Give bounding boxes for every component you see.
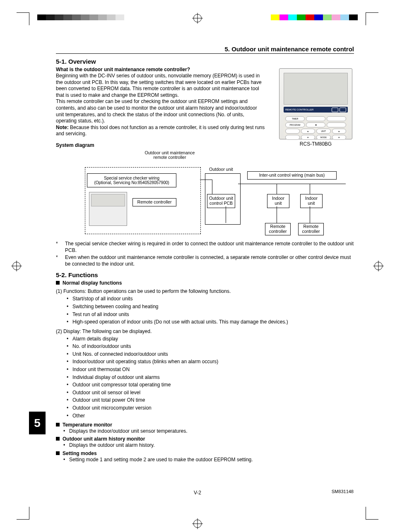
crop-marks-bottom	[17, 507, 378, 520]
page-number: V-2	[194, 490, 201, 496]
system-diagram-heading: System diagram	[56, 142, 265, 148]
functions-2-intro: (2) Display: The following can be displa…	[56, 328, 354, 334]
registration-mark-icon	[374, 262, 383, 270]
registration-mark-icon	[12, 262, 21, 270]
functions-1-intro: (1) Functions: Button operations can be …	[56, 288, 354, 294]
remote-controller-image: REMOTE CONTROLLER TIMER PROGRAM✱ ▲UNIT▲ …	[279, 68, 352, 139]
small-remote-icon	[89, 192, 127, 226]
document-id: SM831148	[332, 489, 354, 494]
system-diagram: Outdoor unit maintenance remote controll…	[85, 151, 350, 237]
overview-p1: Beginning with the DC-INV series of outd…	[56, 73, 265, 98]
registration-mark-icon	[193, 520, 202, 528]
overview-question: What is the outdoor unit maintenance rem…	[56, 67, 265, 72]
functions-2-list: Alarm details display No. of indoor/outd…	[67, 335, 354, 420]
remote-model-label: RCS-TM80BG	[277, 141, 354, 147]
overview-heading: 5-1. Overview	[56, 58, 354, 65]
registration-mark-icon	[193, 14, 202, 22]
section-title: 5. Outdoor unit maintenance remote contr…	[56, 46, 354, 54]
overview-p2: This remote controller can be used for c…	[56, 98, 265, 124]
normal-display-heading: Normal display functions	[56, 280, 354, 286]
chapter-tab: 5	[29, 412, 46, 434]
alarm-history-heading: Outdoor unit alarm history monitor	[56, 436, 354, 442]
remote-figure: REMOTE CONTROLLER TIMER PROGRAM✱ ▲UNIT▲ …	[277, 68, 354, 147]
temperature-monitor-heading: Temperature monitor	[56, 422, 354, 428]
grayscale-bar	[37, 14, 124, 20]
diagram-notes: *The special service checker wiring is r…	[56, 241, 354, 267]
functions-1-list: Start/stop of all indoor units Switching…	[67, 295, 354, 326]
color-bar	[271, 14, 358, 20]
functions-heading: 5-2. Functions	[56, 271, 354, 278]
overview-note: Note: Because this tool does not functio…	[56, 125, 265, 137]
setting-modes-heading: Setting modes	[56, 451, 354, 456]
